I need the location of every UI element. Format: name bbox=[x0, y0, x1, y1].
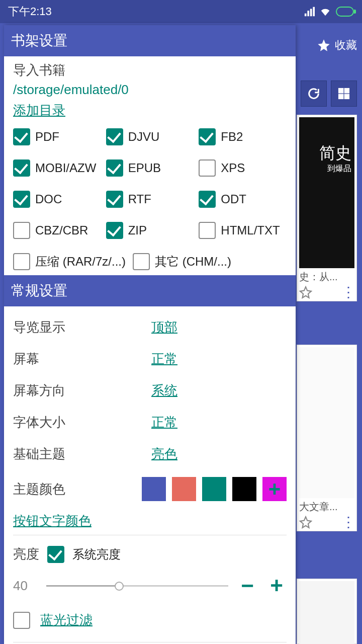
brightness-minus-button[interactable]: − bbox=[237, 573, 257, 598]
refresh-icon bbox=[307, 87, 321, 101]
format-htmltxt[interactable]: HTML/TXT bbox=[199, 222, 287, 239]
star-icon bbox=[317, 38, 331, 52]
star-outline-icon[interactable] bbox=[299, 286, 312, 299]
svg-rect-3 bbox=[344, 94, 349, 99]
more-icon[interactable]: ⋮ bbox=[341, 519, 354, 526]
star-outline-icon[interactable] bbox=[299, 516, 312, 529]
checkbox[interactable] bbox=[199, 222, 216, 239]
setting-value[interactable]: 正常 bbox=[151, 414, 177, 431]
format-label: EPUB bbox=[128, 161, 161, 175]
format-label: RTF bbox=[128, 192, 151, 206]
format-label: HTML/TXT bbox=[221, 223, 280, 237]
grid-view-button[interactable] bbox=[331, 80, 357, 107]
divider bbox=[13, 642, 287, 642]
book-title: 大文章... bbox=[299, 498, 354, 516]
checkbox[interactable] bbox=[199, 191, 216, 208]
book-card[interactable]: 大文章... ⋮ bbox=[297, 345, 357, 531]
status-icons bbox=[304, 6, 354, 17]
blue-filter-row: 蓝光过滤 bbox=[13, 603, 287, 637]
format-label: 其它 (CHM/...) bbox=[155, 254, 231, 270]
checkbox[interactable] bbox=[199, 128, 216, 145]
format-label: DOC bbox=[35, 192, 62, 206]
bg-favorite-tab[interactable]: 收藏 bbox=[317, 38, 357, 53]
checkbox[interactable] bbox=[13, 222, 30, 239]
book-cover bbox=[299, 347, 354, 498]
book-card[interactable]: 简史 到爆品 史：从... ⋮ bbox=[297, 115, 357, 301]
format-djvu[interactable]: DJVU bbox=[106, 128, 194, 145]
setting-value[interactable]: 亮色 bbox=[151, 445, 177, 463]
more-icon[interactable]: ⋮ bbox=[341, 289, 354, 296]
svg-rect-2 bbox=[339, 94, 343, 99]
format-label: DJVU bbox=[128, 130, 160, 144]
checkbox[interactable] bbox=[13, 159, 30, 177]
setting-label: 基础主题 bbox=[13, 445, 151, 463]
format-cbzcbr[interactable]: CBZ/CBR bbox=[13, 222, 101, 239]
format-xps[interactable]: XPS bbox=[199, 159, 287, 177]
refresh-button[interactable] bbox=[301, 80, 327, 107]
settings-list: 导览显示顶部屏幕正常屏幕方向系统字体大小正常基础主题亮色 bbox=[13, 311, 287, 470]
color-swatch[interactable] bbox=[202, 477, 226, 501]
signal-icon bbox=[304, 6, 315, 17]
format-extra[interactable]: 压缩 (RAR/7z/...) bbox=[13, 253, 126, 270]
checkbox[interactable] bbox=[106, 159, 123, 177]
checkbox[interactable] bbox=[106, 222, 123, 239]
section-general-header: 常规设置 bbox=[4, 275, 296, 306]
checkbox[interactable] bbox=[133, 253, 150, 270]
color-swatch[interactable] bbox=[172, 477, 196, 501]
status-time: 下午2:13 bbox=[8, 4, 52, 19]
system-brightness-checkbox[interactable] bbox=[47, 546, 64, 563]
button-text-color-link[interactable]: 按钮文字颜色 bbox=[13, 512, 92, 530]
settings-dialog: 书架设置 导入书籍 /storage/emulated/0 添加目录 PDFDJ… bbox=[4, 25, 296, 644]
checkbox[interactable] bbox=[13, 128, 30, 145]
brightness-value: 40 bbox=[13, 578, 37, 594]
format-zip[interactable]: ZIP bbox=[106, 222, 194, 239]
add-color-button[interactable]: + bbox=[262, 477, 287, 501]
import-books-label: 导入书籍 bbox=[13, 61, 287, 79]
setting-label: 字体大小 bbox=[13, 414, 151, 431]
format-mobiazw[interactable]: MOBI/AZW bbox=[13, 159, 101, 177]
format-label: ZIP bbox=[128, 223, 147, 237]
wifi-icon bbox=[320, 6, 331, 17]
setting-value[interactable]: 顶部 bbox=[151, 318, 177, 336]
format-label: 压缩 (RAR/7z/...) bbox=[35, 254, 126, 270]
system-brightness-label: 系统亮度 bbox=[72, 546, 121, 562]
format-odt[interactable]: ODT bbox=[199, 191, 287, 208]
brightness-slider[interactable] bbox=[46, 580, 228, 592]
checkbox[interactable] bbox=[199, 159, 216, 177]
checkbox[interactable] bbox=[13, 191, 30, 208]
brightness-plus-button[interactable]: + bbox=[266, 573, 287, 598]
add-directory-link[interactable]: 添加目录 bbox=[13, 102, 65, 119]
book-card[interactable] bbox=[297, 579, 357, 644]
divider bbox=[13, 535, 287, 535]
format-extra[interactable]: 其它 (CHM/...) bbox=[133, 253, 231, 270]
blue-filter-checkbox[interactable] bbox=[13, 612, 30, 629]
setting-row: 字体大小正常 bbox=[13, 407, 287, 438]
setting-value[interactable]: 正常 bbox=[151, 350, 177, 368]
theme-color-label: 主题颜色 bbox=[13, 480, 142, 498]
format-pdf[interactable]: PDF bbox=[13, 128, 101, 145]
format-label: MOBI/AZW bbox=[35, 161, 96, 175]
color-swatch[interactable] bbox=[142, 477, 166, 501]
bg-toolbar bbox=[301, 80, 357, 107]
section-shelf-header: 书架设置 bbox=[4, 25, 296, 56]
setting-label: 屏幕 bbox=[13, 350, 151, 368]
format-rtf[interactable]: RTF bbox=[106, 191, 194, 208]
setting-label: 导览显示 bbox=[13, 318, 151, 336]
book-title: 史：从... bbox=[299, 268, 354, 286]
format-doc[interactable]: DOC bbox=[13, 191, 101, 208]
format-fb[interactable]: FB2 bbox=[199, 128, 287, 145]
checkbox[interactable] bbox=[106, 128, 123, 145]
checkbox[interactable] bbox=[106, 191, 123, 208]
format-grid: PDFDJVUFB2MOBI/AZWEPUBXPSDOCRTFODTCBZ/CB… bbox=[13, 128, 287, 239]
format-epub[interactable]: EPUB bbox=[106, 159, 194, 177]
brightness-row: 亮度 系统亮度 bbox=[13, 540, 287, 568]
checkbox[interactable] bbox=[13, 253, 30, 270]
color-swatch[interactable] bbox=[232, 477, 256, 501]
import-path: /storage/emulated/0 bbox=[13, 82, 287, 98]
brightness-slider-row: 40 − + bbox=[13, 568, 287, 603]
color-swatches: + bbox=[142, 477, 287, 501]
setting-row: 导览显示顶部 bbox=[13, 311, 287, 343]
format-label: ODT bbox=[221, 192, 246, 206]
blue-filter-link[interactable]: 蓝光过滤 bbox=[40, 611, 93, 629]
setting-value[interactable]: 系统 bbox=[151, 382, 177, 399]
